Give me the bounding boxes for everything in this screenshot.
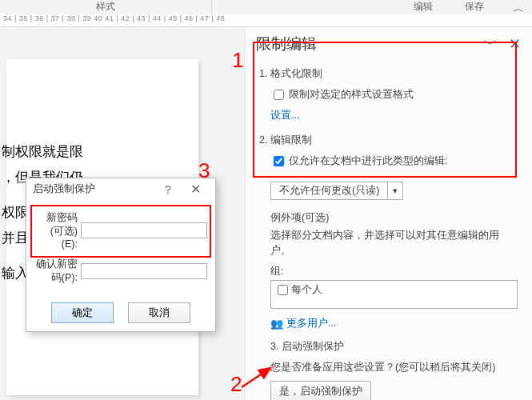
- ribbon-save-group[interactable]: 保存: [465, 0, 484, 14]
- section-format-title: 1. 格式化限制: [259, 67, 518, 81]
- restrict-editing-pane: 限制编辑 ﹀ ✕ 1. 格式化限制 限制对选定的样式设置格式 设置... 2. …: [244, 27, 532, 400]
- pane-dropdown-icon[interactable]: ﹀: [483, 34, 498, 54]
- group-everyone-checkbox[interactable]: [278, 285, 288, 295]
- group-listbox[interactable]: 每个人: [270, 280, 518, 309]
- enforce-desc: 您是否准备应用这些设置？(您可以稍后将其关闭): [270, 360, 518, 375]
- pane-title: 限制编辑: [256, 34, 472, 54]
- exceptions-title: 例外项(可选): [270, 211, 518, 225]
- start-enforcing-protection-dialog: 启动强制保护 ? ✕ 新密码(可选)(E): 确认新密码(P): 确定 取消: [26, 178, 216, 332]
- group-everyone-label: 每个人: [291, 283, 322, 297]
- confirm-password-label: 确认新密码(P):: [34, 258, 78, 285]
- ribbon-styles-group: 样式: [0, 0, 212, 14]
- ribbon: 样式 编辑 保存 ︿: [0, 0, 532, 14]
- dropdown-value: 不允许任何更改(只读): [270, 182, 388, 200]
- cancel-button[interactable]: 取消: [128, 302, 190, 323]
- dialog-close-icon[interactable]: ✕: [182, 182, 209, 197]
- chevron-down-icon[interactable]: ▾: [388, 182, 403, 200]
- format-settings-link[interactable]: 设置...: [270, 109, 518, 122]
- doc-text-line: 制权限就是限: [2, 139, 83, 165]
- new-password-label: 新密码(可选)(E):: [34, 211, 78, 250]
- section-enforce-title: 3. 启动强制保护: [270, 340, 518, 354]
- dialog-title: 启动强制保护: [33, 182, 154, 196]
- format-restrict-label: 限制对选定的样式设置格式: [289, 88, 414, 102]
- group-label: 组:: [270, 265, 518, 278]
- confirm-password-input[interactable]: [81, 263, 207, 279]
- ruler: 34 | 35 | 36 | 37 | 38 | 39 40 41 | 42 |…: [0, 14, 532, 27]
- pane-close-icon[interactable]: ✕: [509, 35, 521, 53]
- exceptions-desc: 选择部分文档内容，并选择可以对其任意编辑的用户。: [270, 228, 518, 258]
- section-edit-title: 2. 编辑限制: [259, 134, 518, 147]
- edit-restrict-label: 仅允许在文档中进行此类型的编辑:: [289, 154, 447, 168]
- edit-type-dropdown[interactable]: 不允许任何更改(只读) ▾: [270, 182, 403, 200]
- dialog-help-icon[interactable]: ?: [154, 183, 182, 196]
- enforce-protection-button[interactable]: 是，启动强制保护: [270, 381, 371, 400]
- collapse-ribbon-icon[interactable]: ︿: [513, 2, 524, 16]
- format-restrict-checkbox[interactable]: [274, 90, 284, 100]
- edit-restrict-checkbox[interactable]: [274, 156, 284, 166]
- ok-button[interactable]: 确定: [51, 302, 114, 323]
- new-password-input[interactable]: [81, 222, 207, 238]
- users-icon: 👥: [270, 318, 283, 330]
- ribbon-edit-group[interactable]: 编辑: [414, 0, 433, 14]
- more-users-link[interactable]: 👥 更多用户...: [270, 317, 518, 330]
